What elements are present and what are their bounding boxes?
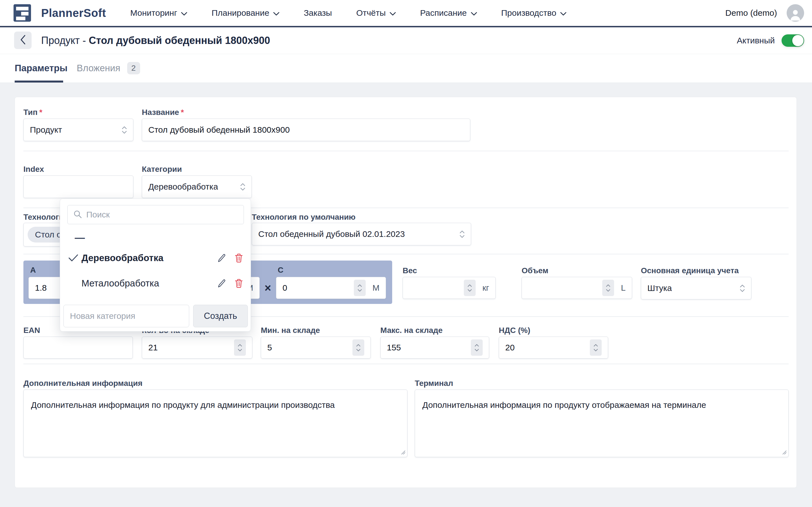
default-technology-select[interactable]: Стол обеденный дубовый 02.01.2023 <box>252 223 471 245</box>
multiply-separator: × <box>262 281 274 295</box>
divider <box>23 363 789 364</box>
nav-item-monitoring[interactable]: Мониторинг <box>130 8 187 18</box>
stock-min-input[interactable] <box>267 343 352 352</box>
nav-item-planning[interactable]: Планирование <box>211 8 280 18</box>
number-stepper[interactable] <box>590 339 602 356</box>
category-search-field <box>67 205 244 224</box>
categories-select[interactable]: Деревообработка <box>142 175 252 198</box>
number-stepper[interactable] <box>352 339 364 356</box>
dimension-c-label: C <box>278 266 283 275</box>
base-unit-select[interactable]: Штука <box>641 277 751 299</box>
name-label: Название* <box>142 108 184 117</box>
check-icon <box>68 255 78 262</box>
chevron-left-icon <box>20 35 26 46</box>
back-button[interactable] <box>14 32 32 49</box>
categories-label: Категории <box>142 165 182 174</box>
number-stepper[interactable] <box>354 280 366 296</box>
number-stepper[interactable] <box>464 280 476 296</box>
unit-label: кг <box>483 283 489 293</box>
extra-info-label: Дополнительная информация <box>23 379 142 388</box>
weight-label: Вес <box>403 266 417 275</box>
nav-item-production[interactable]: Производство <box>501 8 567 18</box>
app-logo-icon[interactable] <box>13 4 31 22</box>
resize-grip-icon[interactable] <box>401 450 406 455</box>
default-technology-label: Технология по умолчанию <box>252 213 356 222</box>
delete-category-button[interactable] <box>235 279 243 288</box>
chevron-down-icon <box>181 8 187 18</box>
page-title-bar: Продукт - Стол дубовый обеденный 1800x90… <box>0 27 812 54</box>
delete-category-button[interactable] <box>235 253 243 263</box>
number-stepper[interactable] <box>471 339 483 356</box>
search-icon <box>73 210 82 219</box>
type-select[interactable]: Продукт <box>23 119 133 141</box>
chevron-down-icon <box>273 8 280 18</box>
chevron-up-down-icon <box>460 230 465 238</box>
chevron-down-icon <box>390 8 396 18</box>
index-field <box>23 175 133 198</box>
required-asterisk: * <box>39 108 42 117</box>
stock-min-field <box>261 337 371 358</box>
top-navbar: PlannerSoft Мониторинг Планирование Зака… <box>0 0 812 27</box>
name-input[interactable] <box>148 125 464 135</box>
active-tab-underline <box>15 80 63 82</box>
edit-category-button[interactable] <box>217 279 226 288</box>
main-nav: Мониторинг Планирование Заказы Отчёты Ра… <box>130 0 566 26</box>
stock-qty-input[interactable] <box>148 343 234 352</box>
nav-item-reports[interactable]: Отчёты <box>356 8 396 18</box>
extra-info-textarea[interactable]: Дополнительная информация по продукту дл… <box>23 390 407 457</box>
category-option-empty[interactable]: — <box>60 229 251 246</box>
name-field <box>142 119 470 141</box>
weight-input[interactable] <box>409 283 464 293</box>
stock-max-label: Макс. на складе <box>380 326 443 335</box>
create-category-button[interactable]: Создать <box>193 305 248 327</box>
unit-label: L <box>621 283 626 293</box>
active-toggle[interactable] <box>781 34 804 47</box>
tabs-bar: Параметры Вложения 2 <box>0 54 812 83</box>
ean-field <box>23 337 133 358</box>
stock-max-input[interactable] <box>387 343 471 352</box>
index-label: Index <box>23 165 44 174</box>
category-option[interactable]: Металообработка <box>60 272 251 295</box>
ean-input[interactable] <box>30 343 126 352</box>
dimension-c-input[interactable] <box>283 283 354 293</box>
tab-attachments[interactable]: Вложения 2 <box>77 54 140 82</box>
index-input[interactable] <box>30 182 127 191</box>
category-search-input[interactable] <box>86 210 238 219</box>
terminal-textarea[interactable]: Дополнительная информация по продукту от… <box>415 390 789 457</box>
vat-label: НДС (%) <box>499 326 530 335</box>
active-label: Активный <box>737 27 775 54</box>
vat-input[interactable] <box>505 343 590 352</box>
resize-grip-icon[interactable] <box>782 450 787 455</box>
new-category-field <box>63 305 189 327</box>
number-stepper[interactable] <box>234 339 246 356</box>
required-asterisk: * <box>181 108 184 117</box>
nav-item-schedule[interactable]: Расписание <box>420 8 477 18</box>
user-name: Demo (demo) <box>725 0 777 26</box>
divider <box>23 151 789 151</box>
chevron-up-down-icon <box>740 284 745 292</box>
stock-min-label: Мин. на складе <box>261 326 320 335</box>
chevron-down-icon <box>471 8 477 18</box>
volume-field: L <box>522 277 632 299</box>
attachments-count-badge: 2 <box>127 62 140 74</box>
edit-category-button[interactable] <box>217 253 226 263</box>
trash-icon <box>235 279 243 288</box>
terminal-label: Терминал <box>415 379 453 388</box>
user-avatar[interactable] <box>786 4 804 22</box>
vat-field <box>499 337 608 358</box>
stock-max-field <box>380 337 489 358</box>
volume-input[interactable] <box>528 283 602 293</box>
chevron-up-down-icon <box>122 126 127 134</box>
tab-parameters[interactable]: Параметры <box>15 54 67 82</box>
ean-label: EAN <box>23 326 40 335</box>
volume-label: Объем <box>522 266 548 275</box>
category-option[interactable]: Деревообработка <box>60 247 251 269</box>
nav-item-orders[interactable]: Заказы <box>304 8 332 18</box>
page-title: Продукт - Стол дубовый обеденный 1800x90… <box>41 27 270 54</box>
dimension-a-label: A <box>30 266 36 275</box>
new-category-input[interactable] <box>70 311 183 321</box>
number-stepper[interactable] <box>602 280 614 296</box>
categories-dropdown: — Деревообработка Металообработка <box>60 199 251 332</box>
brand-text: PlannerSoft <box>41 0 106 26</box>
chevron-up-down-icon <box>240 183 245 191</box>
